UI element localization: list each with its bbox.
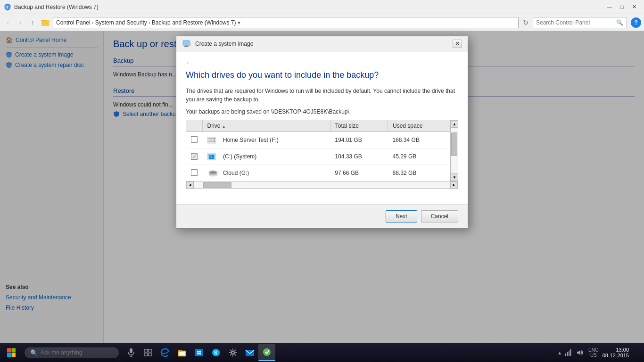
taskbar-search-input[interactable] <box>41 349 111 356</box>
svg-rect-21 <box>212 157 214 159</box>
svg-rect-40 <box>149 353 152 356</box>
col-total: Total size <box>330 120 388 132</box>
edge-icon <box>160 348 170 357</box>
time-display[interactable]: 13:00 08-12-2015 <box>603 347 632 358</box>
row3-checkbox[interactable] <box>191 169 198 176</box>
svg-rect-6 <box>185 45 188 46</box>
svg-rect-20 <box>209 157 212 159</box>
create-system-image-dialog: Create a system image ✕ ← Which drives d… <box>176 36 468 229</box>
refresh-button[interactable]: ↻ <box>520 17 531 28</box>
dialog-back-button[interactable]: ← <box>186 59 192 66</box>
close-button[interactable]: ✕ <box>628 2 640 12</box>
drive-table: Drive ▲ Total size Used space <box>186 120 450 181</box>
scroll-up-arrow[interactable]: ▲ <box>451 120 458 128</box>
tray-lang: ENG <box>588 347 599 353</box>
svg-rect-10 <box>208 138 215 139</box>
path-control-panel[interactable]: Control Panel <box>56 19 91 26</box>
svg-rect-52 <box>246 350 254 356</box>
mic-button[interactable] <box>123 344 140 361</box>
row1-checkbox-cell <box>186 132 202 148</box>
svg-rect-38 <box>149 349 152 352</box>
cloud-drive-icon <box>207 168 219 178</box>
path-backup-restore[interactable]: Backup and Restore (Windows 7) <box>152 19 236 26</box>
row1-checkbox[interactable] <box>191 136 198 143</box>
dialog-footer: Next Cancel <box>176 204 468 228</box>
svg-point-51 <box>231 351 234 354</box>
svg-point-53 <box>263 348 271 356</box>
explorer-button[interactable] <box>173 344 190 361</box>
h-scroll-thumb[interactable] <box>203 182 231 188</box>
h-scroll-track[interactable] <box>194 181 450 189</box>
task-view-button[interactable] <box>140 344 157 361</box>
svg-rect-7 <box>184 46 189 47</box>
taskbar-search[interactable]: 🔍 <box>25 347 119 358</box>
address-path[interactable]: Control Panel › System and Security › Ba… <box>53 17 519 28</box>
dialog-title-icon <box>182 40 191 48</box>
svg-rect-34 <box>130 348 132 353</box>
store-icon <box>194 348 204 357</box>
scrollbar-track[interactable] <box>451 128 458 173</box>
svg-text:S: S <box>214 350 217 355</box>
settings-button[interactable] <box>224 344 241 361</box>
forward-button[interactable]: › <box>15 17 25 28</box>
row2-drive-name: (C:) (System) <box>207 151 325 162</box>
scrollbar-thumb[interactable] <box>451 132 457 156</box>
system-tray: ▲ ENG US 13:00 08-12-2015 <box>557 347 644 358</box>
svg-rect-46 <box>199 351 201 353</box>
h-scroll-left[interactable]: ◄ <box>186 181 194 189</box>
maximize-button[interactable]: □ <box>616 2 628 12</box>
task-view-icon <box>144 349 152 356</box>
windows-start-icon <box>7 348 16 357</box>
up-button[interactable]: ↑ <box>27 17 38 28</box>
table-row: (C:) (System) 104.33 GB 45.29 GB <box>186 148 450 165</box>
window-title: Backup and Restore (Windows 7) <box>14 4 603 10</box>
clock-display[interactable]: ENG US <box>588 347 599 358</box>
tray-country: US <box>590 353 597 358</box>
edge-button[interactable] <box>157 344 173 361</box>
svg-rect-48 <box>199 353 201 355</box>
row3-checkbox-cell <box>186 165 202 181</box>
window-icon <box>4 3 11 11</box>
svg-rect-57 <box>570 349 571 356</box>
dialog-description: The drives that are required for Windows… <box>186 87 458 104</box>
minimize-button[interactable]: — <box>603 2 616 12</box>
svg-rect-56 <box>569 351 570 356</box>
dialog-title-bar: Create a system image ✕ <box>176 36 468 51</box>
table-row: Home Server Test (F:) 194.01 GB 168.34 G… <box>186 132 450 148</box>
svg-rect-47 <box>197 353 199 355</box>
start-button[interactable] <box>0 343 23 362</box>
skype-button[interactable]: S <box>207 344 224 361</box>
tray-time: 13:00 <box>616 347 632 353</box>
tray-expand-icon[interactable]: ▲ <box>557 350 562 355</box>
drive-table-container: Drive ▲ Total size Used space <box>186 120 458 189</box>
help-button[interactable]: ? <box>631 17 641 28</box>
row2-used: 45.29 GB <box>388 148 450 165</box>
store-button[interactable] <box>190 344 207 361</box>
svg-rect-37 <box>144 349 148 352</box>
row2-checkbox <box>191 153 198 160</box>
dialog-overlay: Create a system image ✕ ← Which drives d… <box>0 31 644 343</box>
skype-icon: S <box>211 348 221 357</box>
search-input[interactable] <box>536 19 616 26</box>
horizontal-scrollbar: ◄ ► <box>186 181 458 189</box>
cancel-button[interactable]: Cancel <box>421 210 458 222</box>
svg-rect-44 <box>195 349 203 356</box>
server-drive-icon <box>207 135 219 145</box>
mail-button[interactable] <box>241 344 258 361</box>
dialog-close-button[interactable]: ✕ <box>453 40 462 48</box>
sort-arrow: ▲ <box>222 124 226 129</box>
back-button[interactable]: ‹ <box>3 17 13 28</box>
svg-rect-31 <box>12 348 16 353</box>
taskbar: 🔍 <box>0 343 644 362</box>
mic-icon <box>127 348 135 357</box>
svg-rect-19 <box>212 155 214 157</box>
row2-total: 104.33 GB <box>330 148 388 165</box>
svg-rect-3 <box>41 20 45 21</box>
next-button[interactable]: Next <box>386 210 417 222</box>
table-wrapper: Drive ▲ Total size Used space <box>186 120 458 181</box>
path-system-security[interactable]: System and Security <box>95 19 147 26</box>
h-scroll-right[interactable]: ► <box>450 181 458 189</box>
scroll-down-arrow[interactable]: ▼ <box>451 173 458 181</box>
svg-rect-39 <box>144 353 148 356</box>
active-app-button[interactable] <box>258 344 275 361</box>
